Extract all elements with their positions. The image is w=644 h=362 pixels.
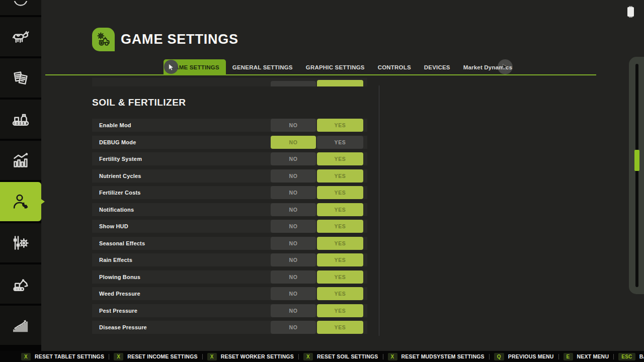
setting-row: DEBUG ModeNOYES	[92, 136, 367, 149]
sidebar-item-statistics[interactable]	[0, 141, 41, 180]
toggle-group: NOYES	[271, 287, 363, 300]
key-badge: ESC	[618, 353, 635, 360]
key-badge: X	[21, 353, 31, 360]
footer-divider	[489, 354, 490, 359]
tab-devices[interactable]: DEVICES	[418, 59, 457, 75]
toggle-no-button[interactable]: NO	[271, 270, 316, 284]
toggle-group: NOYES	[271, 253, 363, 266]
toggle-yes-button[interactable]: YES	[317, 287, 363, 300]
mouse-cursor-icon	[503, 64, 508, 70]
tab-graphic-settings[interactable]: GRAPHIC SETTINGS	[299, 59, 371, 75]
keybind-reset-tablet-settings[interactable]: XRESET TABLET SETTINGS	[21, 353, 104, 360]
toggle-yes-button[interactable]: YES	[317, 253, 363, 266]
sidebar-item-mod-settings[interactable]	[0, 223, 41, 262]
setting-row: Nutrient CyclesNOYES	[92, 169, 367, 183]
partial-circle-icon	[11, 1, 30, 14]
clipped-setting-row[interactable]	[92, 78, 367, 86]
keybind-label: RESET INCOME SETTINGS	[127, 353, 198, 359]
excavator-icon	[11, 274, 31, 294]
toggle-no-button[interactable]: NO	[271, 321, 316, 334]
sidebar-item-production[interactable]	[0, 100, 41, 139]
toggle-yes-button[interactable]: YES	[317, 136, 363, 149]
toggle-group: NOYES	[271, 321, 363, 334]
toggle-no-button[interactable]: NO	[271, 237, 316, 250]
toggle-no-button[interactable]: NO	[271, 253, 316, 266]
keybind-reset-soil-settings[interactable]: XRESET SOIL SETTINGS	[303, 353, 378, 360]
keybind-next-menu[interactable]: ENEXT MENU	[564, 353, 609, 360]
mouse-cursor-icon	[169, 64, 174, 70]
toggle-yes-button[interactable]: YES	[317, 237, 363, 250]
toggle-no-button-clipped[interactable]	[271, 81, 316, 86]
toggle-yes-button[interactable]: YES	[317, 119, 363, 132]
setting-label: Rain Effects	[99, 257, 132, 263]
settings-panel: SOIL & FERTILIZER Enable ModNOYESDEBUG M…	[92, 78, 367, 338]
keybind-label: RESET WORKER SETTINGS	[221, 353, 294, 359]
footer-divider	[202, 354, 203, 359]
tab-general-settings[interactable]: GENERAL SETTINGS	[226, 59, 299, 75]
production-line-icon	[11, 109, 31, 129]
scrollbar-track[interactable]	[635, 64, 638, 287]
toggle-yes-button[interactable]: YES	[317, 169, 363, 183]
toggle-yes-button[interactable]: YES	[317, 152, 363, 165]
sidebar-item-contracts[interactable]	[0, 58, 41, 98]
keybind-label: RESET MUDSYSTEM SETTINGS	[401, 353, 485, 359]
setting-label: Plowing Bonus	[99, 274, 140, 280]
cursor-highlight-secondary	[498, 59, 513, 74]
footer-divider	[558, 354, 559, 359]
toggle-group: NOYES	[271, 220, 363, 233]
sidebar-item-finances[interactable]	[0, 306, 41, 345]
bar-chart-icon	[11, 150, 31, 170]
sidebar-item-map[interactable]	[0, 0, 41, 15]
toggle-no-button[interactable]: NO	[271, 119, 316, 132]
toggle-no-button[interactable]: NO	[271, 136, 316, 149]
sidebar-item-animals[interactable]	[0, 17, 41, 56]
setting-row: Disease PressureNOYES	[92, 321, 367, 334]
keybind-back[interactable]: ESCBACK	[618, 353, 644, 360]
toggle-no-button[interactable]: NO	[271, 203, 316, 216]
keybind-reset-worker-settings[interactable]: XRESET WORKER SETTINGS	[207, 353, 294, 360]
toggle-yes-button[interactable]: YES	[317, 270, 363, 284]
toggle-yes-button[interactable]: YES	[317, 304, 363, 317]
toggle-no-button[interactable]: NO	[271, 304, 316, 317]
setting-label: Pest Pressure	[99, 308, 137, 314]
key-badge: X	[114, 353, 123, 360]
keybind-label: NEXT MENU	[577, 353, 609, 359]
main-content: GAME SETTINGS GAME SETTINGSGENERAL SETTI…	[41, 0, 644, 351]
toggle-no-button[interactable]: NO	[271, 220, 316, 233]
toggle-yes-button[interactable]: YES	[317, 186, 363, 199]
sidebar-item-construction[interactable]	[0, 264, 41, 304]
setting-label: Disease Pressure	[99, 324, 147, 330]
setting-row: Rain EffectsNOYES	[92, 253, 367, 266]
toggle-no-button[interactable]: NO	[271, 152, 316, 165]
toggle-no-button[interactable]: NO	[271, 169, 316, 183]
content-divider	[379, 85, 379, 336]
toggle-yes-button-clipped[interactable]	[317, 80, 363, 86]
toggle-yes-button[interactable]: YES	[317, 321, 363, 334]
scrollbar-thumb[interactable]	[634, 150, 639, 171]
keybind-previous-menu[interactable]: QPREVIOUS MENU	[494, 353, 554, 360]
sidebar-item-character[interactable]	[0, 182, 41, 221]
tab-controls[interactable]: CONTROLS	[371, 59, 418, 75]
keybind-reset-mudsystem-settings[interactable]: XRESET MUDSYSTEM SETTINGS	[388, 353, 485, 360]
toggle-group: NOYES	[271, 186, 363, 199]
cursor-highlight	[164, 60, 178, 74]
battery-icon	[627, 7, 634, 17]
tractor-gear-icon	[92, 28, 115, 51]
documents-icon	[11, 68, 31, 88]
toggle-group: NOYES	[271, 304, 363, 317]
key-badge: X	[303, 353, 313, 360]
setting-row: Weed PressureNOYES	[92, 287, 367, 300]
key-badge: X	[388, 353, 397, 360]
footer-divider	[613, 354, 614, 359]
toggle-no-button[interactable]: NO	[271, 186, 316, 199]
toggle-yes-button[interactable]: YES	[317, 220, 363, 233]
growth-chart-icon	[11, 315, 31, 335]
setting-label: Notifications	[99, 207, 134, 213]
setting-label: Fertilizer Costs	[99, 190, 141, 196]
toggle-group: NOYES	[271, 270, 363, 284]
scrollbar[interactable]	[629, 57, 644, 294]
keybind-reset-income-settings[interactable]: XRESET INCOME SETTINGS	[114, 353, 198, 360]
toggle-no-button[interactable]: NO	[271, 287, 316, 300]
key-badge: X	[207, 353, 217, 360]
toggle-yes-button[interactable]: YES	[317, 203, 363, 216]
